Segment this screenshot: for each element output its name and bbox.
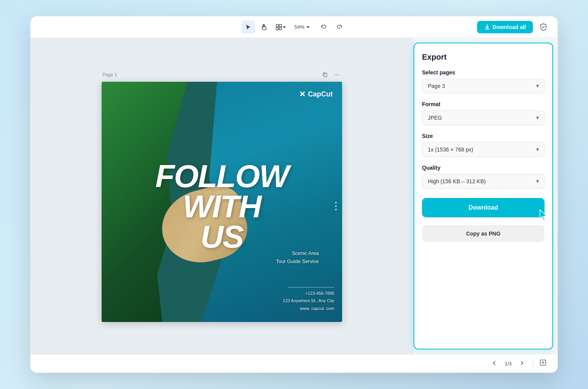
canvas-content: ✕ CapCut FOLLOW WITH US [102,82,342,322]
scenic-line2: Tour Guide Service [276,258,319,266]
svg-rect-1 [279,24,282,27]
phone: +123-456-7890 [283,290,334,298]
svg-rect-4 [324,74,327,77]
download-btn-wrapper: Download [422,196,545,217]
dot1 [335,202,337,203]
website: www. capcut. com [283,305,334,313]
page-copy-btn[interactable] [320,70,330,79]
page-more-btn[interactable] [332,70,341,79]
svg-rect-2 [276,28,278,30]
copy-icon [322,72,328,77]
canvas-page: ✕ CapCut FOLLOW WITH US [102,82,342,322]
quality-label: Quality [422,165,545,171]
toolbar-right: Download all [477,21,550,34]
headline-text: FOLLOW WITH US [155,161,288,252]
download-all-button[interactable]: Download all [477,21,533,33]
chevron-down-icon [306,25,310,29]
dots-menu[interactable] [335,202,337,210]
cursor-pointer-icon [537,208,552,223]
select-pages-label: Select pages [422,69,545,76]
undo-btn[interactable] [317,21,330,34]
capcut-brand-name: CapCut [308,90,333,98]
redo-btn[interactable] [333,21,346,34]
page-counter: 1/3 [505,361,512,367]
export-title: Export [422,53,545,62]
size-label: Size [422,133,545,139]
select-pages-wrapper[interactable]: All pages Current page Page 1 Page 2 Pag… [422,79,545,93]
zoom-level: 54% [294,24,304,30]
fit-page-btn[interactable] [538,357,548,370]
format-field: Format JPEG PNG PDF SVG ▼ [422,101,545,125]
main-headline: FOLLOW WITH US [111,99,333,314]
toolbar-center: 54% [242,21,346,34]
scenic-line1: Scenic Area [276,250,319,258]
address: 123 Anywhere St., Any City [283,297,334,305]
chevron-down-icon [282,25,286,29]
select-tool-btn[interactable] [242,21,255,34]
size-wrapper[interactable]: 0.5x (768 × 384 px) 1x (1536 × 768 px) 2… [422,142,545,157]
dot3 [335,209,337,210]
redo-icon [337,24,343,30]
undo-icon [320,24,327,30]
select-pages-field: Select pages All pages Current page Page… [422,69,545,93]
nav-divider [533,360,533,368]
select-pages-select[interactable]: All pages Current page Page 1 Page 2 Pag… [422,79,545,93]
next-page-btn[interactable] [516,359,528,369]
size-field: Size 0.5x (768 × 384 px) 1x (1536 × 768 … [422,133,545,157]
shield-btn[interactable] [537,21,550,34]
main-content: Page 1 [30,38,558,354]
svg-rect-3 [279,28,282,30]
headline-line3: US [155,222,288,252]
chevron-right-icon [519,360,525,366]
format-label: Format [422,101,545,107]
canvas-area: Page 1 [30,38,413,354]
svg-rect-0 [276,24,278,27]
format-wrapper[interactable]: JPEG PNG PDF SVG ▼ [422,110,545,125]
page-actions [320,70,341,79]
download-icon [484,24,490,30]
headline-line1: FOLLOW [155,161,288,191]
copy-png-button[interactable]: Copy as PNG [422,225,545,242]
capcut-logo: ✕ CapCut [299,90,333,99]
divider-line [288,287,334,287]
quality-field: Quality Low (< 100 KB) Medium (100 KB – … [422,165,545,189]
hand-tool-btn[interactable] [258,21,271,34]
layout-tool-btn[interactable] [274,21,287,34]
prev-page-btn[interactable] [488,359,500,369]
format-select[interactable]: JPEG PNG PDF SVG [422,110,545,125]
contact-info: +123-456-7890 123 Anywhere St., Any City… [283,287,334,313]
download-button[interactable]: Download [422,198,545,217]
svg-point-7 [338,74,339,75]
svg-point-5 [334,74,335,75]
capcut-logo-icon: ✕ [299,90,306,99]
size-select[interactable]: 0.5x (768 × 384 px) 1x (1536 × 768 px) 2… [422,142,545,157]
page-label: Page 1 [102,72,117,77]
quality-select[interactable]: Low (< 100 KB) Medium (100 KB – 200 KB) … [422,174,545,189]
chevron-left-icon [491,360,497,366]
app-window: 54% [30,16,558,373]
layout-icon [275,24,282,31]
toolbar: 54% [30,16,558,38]
hand-icon [261,24,268,31]
bottom-bar: 1/3 [30,354,558,373]
dot2 [335,205,337,207]
shield-icon [539,23,548,31]
scenic-text: Scenic Area Tour Guide Service [276,250,319,266]
page-wrapper: Page 1 [102,70,342,322]
fit-icon [539,359,547,367]
headline-line2: WITH [155,191,288,222]
page-label-row: Page 1 [102,70,342,79]
export-panel: Export Select pages All pages Current pa… [413,43,553,349]
zoom-btn[interactable]: 54% [291,22,314,31]
download-all-label: Download all [493,24,526,30]
cursor-icon [245,24,251,30]
svg-point-6 [336,74,337,75]
quality-wrapper[interactable]: Low (< 100 KB) Medium (100 KB – 200 KB) … [422,174,545,189]
more-icon [334,72,339,77]
